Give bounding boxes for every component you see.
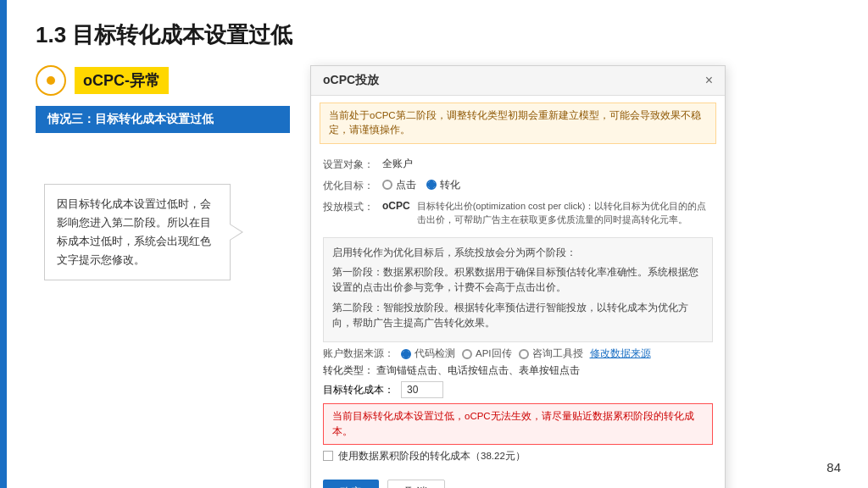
conversion-value: 查询锚链点击、电话按钮点击、表单按钮点击 — [376, 365, 580, 375]
radio-source1 — [401, 349, 411, 359]
modal-title: oCPC投放 — [323, 73, 379, 88]
page: 1.3 目标转化成本设置过低 oCPC-异常 情况三：目标转化成本设置过低 因目… — [0, 0, 868, 488]
target-cost-input[interactable] — [401, 381, 443, 398]
modal-warning: 当前处于oCPC第二阶段，调整转化类型初期会重新建立模型，可能会导致效果不稳定，… — [320, 103, 716, 144]
case-banner: 情况三：目标转化成本设置过低 — [36, 106, 290, 133]
goal-label: 优化目标： — [323, 177, 382, 193]
mode-content: oCPC 目标转化出价(optimization cost per click)… — [382, 198, 713, 232]
gray-line3: 第二阶段：智能投放阶段。根据转化率预估进行智能投放，以转化成本为优化方向，帮助广… — [332, 300, 704, 331]
title-text: 1.3 目标转化成本设置过低 — [36, 22, 292, 47]
goal-click-label: 点击 — [396, 177, 416, 192]
ocpc-mode-desc: 目标转化出价(optimization cost per click)：以转化目… — [417, 199, 713, 227]
target-label: 设置对象： — [323, 156, 382, 172]
target-cost-row: 目标转化成本： — [323, 381, 713, 398]
radio-conversion — [426, 180, 437, 190]
conversion-type-row: 转化类型： 查询锚链点击、电话按钮点击、表单按钮点击 — [323, 364, 713, 377]
ocpc-label: oCPC-异常 — [75, 67, 169, 94]
conversion-label: 转化类型： — [323, 365, 374, 375]
goal-option-conversion[interactable]: 转化 — [426, 177, 460, 192]
modal-close-button[interactable]: × — [705, 73, 713, 88]
checkbox-row: 使用数据累积阶段的转化成本（38.22元） — [323, 450, 713, 463]
mode-label: 投放模式： — [323, 198, 382, 214]
content-area: oCPC-异常 情况三：目标转化成本设置过低 因目标转化成本设置过低时，会影响您… — [36, 65, 841, 488]
goal-option-click[interactable]: 点击 — [382, 177, 416, 192]
goal-row: 优化目标： 点击 转化 — [323, 177, 713, 193]
cancel-button[interactable]: 取消 — [387, 480, 445, 488]
page-title: 1.3 目标转化成本设置过低 — [36, 20, 841, 50]
source-option1[interactable]: 代码检测 — [401, 347, 455, 360]
goal-options: 点击 转化 — [382, 177, 713, 192]
radio-click — [382, 180, 392, 190]
source-option2[interactable]: API回传 — [462, 347, 512, 360]
info-box: 启用转化作为优化目标后，系统投放会分为两个阶段： 第一阶段：数据累积阶段。积累数… — [323, 237, 713, 343]
accent-bar — [0, 0, 7, 488]
ocpc-header: oCPC-异常 — [36, 65, 290, 96]
checkbox-cost[interactable] — [323, 451, 333, 461]
page-number: 84 — [826, 460, 841, 474]
goal-conversion-label: 转化 — [440, 177, 460, 192]
callout-text: 因目标转化成本设置过低时，会影响您进入第二阶段。所以在目标成本过低时，系统会出现… — [57, 197, 211, 266]
modal-panel: oCPC投放 × 当前处于oCPC第二阶段，调整转化类型初期会重新建立模型，可能… — [310, 65, 726, 488]
ocpc-icon-inner — [47, 76, 55, 85]
target-value: 全账户 — [382, 156, 713, 171]
radio-source2 — [462, 349, 472, 359]
source-opt1-label: 代码检测 — [415, 347, 455, 360]
target-cost-label: 目标转化成本： — [323, 383, 394, 397]
modal-body: 设置对象： 全账户 优化目标： 点击 转化 — [311, 151, 725, 474]
source-option3[interactable]: 咨询工具授 — [519, 347, 583, 360]
modal-footer: 确定 取消 — [311, 474, 725, 488]
source-label: 账户数据来源： — [323, 347, 394, 360]
source-opt3-label: 咨询工具授 — [532, 347, 583, 360]
radio-source3 — [519, 349, 529, 359]
modify-source-link[interactable]: 修改数据来源 — [590, 347, 651, 360]
callout-box: 因目标转化成本设置过低时，会影响您进入第二阶段。所以在目标成本过低时，系统会出现… — [44, 184, 231, 280]
ocpc-mode-title: oCPC — [382, 198, 410, 214]
gray-line1: 启用转化作为优化目标后，系统投放会分为两个阶段： — [332, 245, 704, 260]
ocpc-icon — [36, 65, 66, 96]
checkbox-label: 使用数据累积阶段的转化成本（38.22元） — [338, 450, 526, 463]
source-opt2-label: API回传 — [476, 347, 512, 360]
modal-header: oCPC投放 × — [311, 66, 725, 96]
callout-arrow — [230, 224, 243, 241]
mode-row: 投放模式： oCPC 目标转化出价(optimization cost per … — [323, 198, 713, 232]
confirm-button[interactable]: 确定 — [323, 480, 379, 488]
target-row: 设置对象： 全账户 — [323, 156, 713, 172]
gray-line2: 第一阶段：数据累积阶段。积累数据用于确保目标预估转化率准确性。系统根据您设置的点… — [332, 264, 704, 296]
error-banner: 当前目标转化成本设置过低，oCPC无法生效，请尽量贴近数据累积阶段的转化成本。 — [323, 403, 713, 445]
source-row: 账户数据来源： 代码检测 API回传 咨询工具授 修改数据来源 — [323, 347, 713, 360]
left-panel: oCPC-异常 情况三：目标转化成本设置过低 因目标转化成本设置过低时，会影响您… — [36, 65, 290, 488]
